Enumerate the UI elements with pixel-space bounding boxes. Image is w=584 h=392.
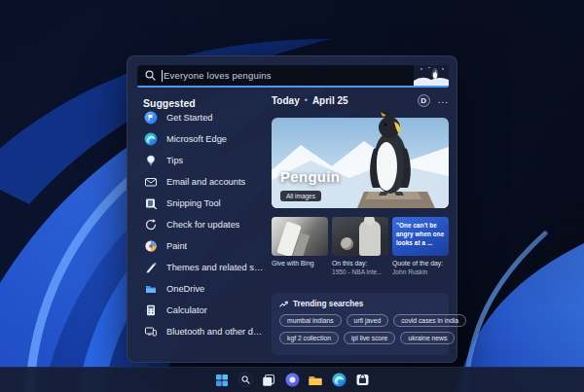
give-with-bing-image	[272, 217, 328, 256]
card-subcaption: 1950 - NBA inte...	[332, 268, 388, 277]
trending-pill[interactable]: mumbai indians	[279, 314, 342, 327]
suggested-item-label: Bluetooth and other devices sett...	[166, 327, 266, 337]
task-view-button[interactable]	[260, 371, 278, 389]
taskbar	[0, 367, 584, 392]
trending-pill[interactable]: covid cases in india	[393, 314, 466, 327]
trending-icon	[279, 300, 288, 308]
suggested-item-bluetooth-devices[interactable]: Bluetooth and other devices sett...	[143, 323, 266, 340]
quote-text: "One can't be angry when one looks at a …	[396, 221, 445, 247]
search-doodle-penguin-icon[interactable]	[414, 65, 449, 86]
suggested-item-snipping-tool[interactable]: Snipping Tool	[143, 195, 266, 212]
card-quote-of-the-day[interactable]: "One can't be angry when one looks at a …	[392, 217, 449, 276]
trending-heading: Trending searches	[293, 300, 363, 308]
desktop: Everyone loves penguins Suggested	[0, 0, 584, 392]
suggested-item-label: Check for updates	[166, 220, 239, 230]
paint-icon	[143, 239, 158, 254]
suggested-item-label: Snipping Tool	[166, 198, 221, 208]
edge-icon	[143, 132, 158, 147]
tips-icon	[143, 154, 158, 168]
task-view-icon	[262, 374, 275, 387]
card-caption: Quote of the day:	[392, 260, 449, 268]
search-flyout: Everyone loves penguins Suggested	[127, 55, 457, 363]
taskbar-search-icon	[238, 373, 253, 387]
card-give-with-bing[interactable]: Give with Bing	[272, 217, 328, 276]
text-caret	[162, 70, 163, 82]
suggested-item-themes[interactable]: Themes and related settings	[143, 259, 266, 276]
on-this-day-image	[332, 217, 388, 256]
suggested-item-label: Themes and related settings	[166, 263, 266, 272]
windows-start-icon	[215, 374, 229, 387]
suggested-item-calculator[interactable]: Calculator	[143, 302, 266, 319]
start-button[interactable]	[213, 371, 232, 389]
onedrive-icon	[143, 282, 158, 297]
updates-icon	[143, 218, 158, 232]
suggested-item-label: Email and accounts	[166, 177, 245, 187]
quote-card: "One can't be angry when one looks at a …	[392, 217, 449, 256]
search-box[interactable]: Everyone loves penguins	[137, 65, 449, 88]
search-icon	[145, 70, 156, 81]
store-button[interactable]	[353, 371, 372, 389]
suggested-item-label: Get Started	[166, 113, 213, 123]
search-input[interactable]: Everyone loves penguins	[164, 70, 272, 81]
bluetooth-devices-icon	[143, 325, 158, 339]
suggested-item-paint[interactable]: Paint	[143, 237, 266, 255]
store-icon	[355, 373, 370, 387]
edge-taskbar-button[interactable]	[330, 371, 348, 389]
hero-title: Penguin	[280, 168, 340, 185]
calculator-icon	[143, 303, 158, 318]
all-images-button[interactable]: All images	[280, 191, 321, 201]
card-caption: Give with Bing	[272, 260, 328, 268]
suggested-item-check-updates[interactable]: Check for updates	[143, 216, 266, 233]
widgets-icon	[285, 373, 300, 387]
card-subcaption: John Ruskin	[392, 268, 449, 277]
suggested-item-label: Calculator	[166, 305, 207, 315]
suggested-item-microsoft-edge[interactable]: Microsoft Edge	[143, 130, 266, 148]
suggested-item-label: OneDrive	[166, 284, 204, 294]
file-explorer-icon	[308, 373, 323, 388]
suggested-item-label: Microsoft Edge	[166, 134, 227, 144]
daily-cards: Give with Bing On this day: 1950 - NBA i…	[272, 217, 449, 276]
snipping-tool-icon	[143, 196, 158, 211]
trending-pill[interactable]: ipl live score	[344, 332, 395, 344]
trending-pill[interactable]: ukraine news	[400, 332, 455, 344]
trending-section: Trending searches mumbai indians urfi ja…	[272, 293, 449, 355]
themes-icon	[143, 261, 158, 275]
edge-taskbar-icon	[332, 373, 347, 387]
card-on-this-day[interactable]: On this day: 1950 - NBA inte...	[332, 217, 388, 276]
suggested-item-tips[interactable]: Tips	[143, 152, 266, 169]
suggested-item-label: Paint	[166, 241, 187, 251]
suggested-item-label: Tips	[166, 156, 183, 165]
taskbar-search-button[interactable]	[237, 371, 255, 389]
get-started-icon	[143, 111, 158, 125]
suggested-heading: Suggested	[143, 97, 196, 109]
trending-pill[interactable]: kgf 2 collection	[279, 332, 339, 344]
email-icon	[143, 175, 158, 190]
suggested-item-get-started[interactable]: Get Started	[143, 109, 266, 126]
suggested-item-email-accounts[interactable]: Email and accounts	[143, 173, 266, 191]
suggested-item-onedrive[interactable]: OneDrive	[143, 280, 266, 298]
widgets-button[interactable]	[283, 371, 302, 389]
trending-pill[interactable]: urfi javed	[347, 314, 389, 327]
hero-card-penguin[interactable]: Penguin All images	[272, 118, 449, 208]
file-explorer-button[interactable]	[307, 371, 325, 389]
card-caption: On this day:	[332, 260, 388, 268]
